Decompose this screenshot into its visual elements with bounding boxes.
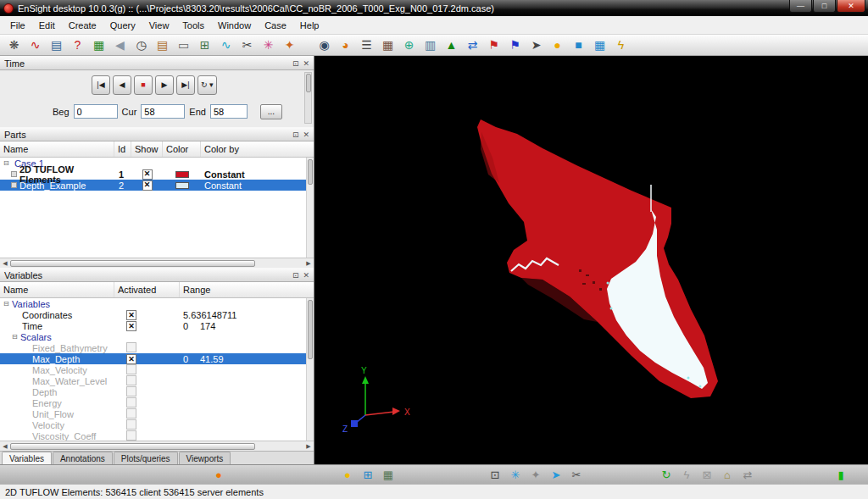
activated-checkbox[interactable] <box>126 342 136 352</box>
variable-row-energy[interactable]: Energy <box>0 397 314 408</box>
time-end-button[interactable]: ▶| <box>176 75 195 95</box>
calculator-icon[interactable]: ⊞ <box>194 36 215 54</box>
show-checkbox[interactable]: ✕ <box>142 169 153 180</box>
part-row-depth-example[interactable]: Depth_Example 2 ✕ Constant <box>0 180 314 191</box>
probe-tools-icon[interactable]: ✦ <box>279 36 300 54</box>
vortex-core-icon[interactable]: ✳ <box>258 36 279 54</box>
menu-window[interactable]: Window <box>211 18 258 33</box>
menu-view[interactable]: View <box>142 18 176 33</box>
variables-horizontal-scrollbar[interactable]: ◀ ▶ <box>0 441 314 451</box>
scrollbar-thumb[interactable] <box>306 74 311 92</box>
annotation-tools-icon[interactable]: ❋ <box>3 36 25 54</box>
graphics-viewport[interactable]: Y X Z <box>314 56 868 464</box>
part-color-swatch[interactable] <box>175 171 189 178</box>
tab-plots-queries[interactable]: Plots/queries <box>114 452 178 464</box>
activated-checkbox[interactable] <box>126 375 136 385</box>
scroll-right-icon[interactable]: ▶ <box>303 443 314 450</box>
lightning-mode-icon[interactable]: ϟ <box>610 36 632 54</box>
time-stop-button[interactable]: ■ <box>134 75 153 95</box>
cur-input[interactable] <box>141 104 185 119</box>
query-chart-icon[interactable]: ∿ <box>25 36 46 54</box>
visibility-eye-icon[interactable]: ◉ <box>314 36 335 54</box>
variable-row-velocity[interactable]: Velocity <box>0 419 314 430</box>
globe-texture-icon[interactable]: ⊕ <box>398 36 420 54</box>
tab-variables[interactable]: Variables <box>2 452 52 464</box>
line-attributes-icon[interactable]: ☰ <box>356 36 377 54</box>
menu-query[interactable]: Query <box>103 18 142 33</box>
column-activated[interactable]: Activated <box>114 282 180 297</box>
scrollbar-thumb[interactable] <box>10 443 255 450</box>
variables-root-row[interactable]: ⊟ Variables <box>0 298 314 309</box>
variable-row-fixed-bathymetry[interactable]: Fixed_Bathymetry <box>0 342 314 353</box>
scrollbar-thumb[interactable] <box>10 260 255 267</box>
print-icon[interactable]: ▭ <box>173 36 194 54</box>
menu-case[interactable]: Case <box>258 18 293 33</box>
activated-checkbox[interactable] <box>126 408 136 419</box>
menu-tools[interactable]: Tools <box>175 18 211 33</box>
time-begin-button[interactable]: |◀ <box>92 75 110 95</box>
column-name[interactable]: Name <box>0 282 114 297</box>
float-panel-icon[interactable]: ⊡ <box>292 271 299 280</box>
chart-grid-icon[interactable]: ▥ <box>420 36 441 54</box>
column-show[interactable]: Show <box>131 141 163 157</box>
lightning-icon[interactable]: ϟ <box>678 467 695 483</box>
axis-cube-icon[interactable]: ⊞ <box>359 467 376 483</box>
flipbook-play-icon[interactable]: ➤ <box>548 467 565 483</box>
transform-arrows-icon[interactable]: ⇄ <box>462 36 483 54</box>
variable-row-max-velocity[interactable]: Max_Velocity <box>0 364 314 375</box>
variables-vertical-scrollbar[interactable] <box>306 298 314 441</box>
variable-row-coordinates[interactable]: Coordinates ✕ 5.636 148711 <box>0 309 314 320</box>
refresh-icon[interactable]: ↻ <box>658 467 675 483</box>
variable-row-viscosity-coeff[interactable]: Viscosity_Coeff <box>0 430 314 441</box>
tree-symbols-icon[interactable]: ▲ <box>441 36 462 54</box>
grid-cube-icon[interactable]: ▦ <box>589 36 610 54</box>
float-panel-icon[interactable]: ⊡ <box>292 59 299 68</box>
streamline-icon[interactable]: ∿ <box>215 36 236 54</box>
language-flag-icon[interactable]: ⚑ <box>504 36 526 54</box>
tab-annotations[interactable]: Annotations <box>53 452 113 464</box>
time-loop-button[interactable]: ↻ ▾ <box>198 75 217 95</box>
annotation-flag-icon[interactable]: ⚑ <box>483 36 504 54</box>
cube-view-icon[interactable]: ■ <box>568 36 589 54</box>
menu-file[interactable]: File <box>3 18 32 33</box>
activated-checkbox[interactable]: ✕ <box>126 354 136 364</box>
close-panel-icon[interactable]: ✕ <box>303 130 309 139</box>
menu-edit[interactable]: Edit <box>32 18 62 33</box>
scroll-right-icon[interactable]: ▶ <box>303 260 314 267</box>
close-button[interactable]: ✕ <box>837 0 865 13</box>
time-more-button[interactable]: ... <box>260 104 282 119</box>
table-view-icon[interactable]: ▦ <box>88 36 109 54</box>
wrench-tool-icon[interactable]: ✦ <box>527 467 544 483</box>
column-id[interactable]: Id <box>114 141 131 157</box>
scalars-group-row[interactable]: ⊟ Scalars <box>0 331 314 342</box>
record-dot-icon[interactable]: ● <box>210 467 227 483</box>
variable-row-unit-flow[interactable]: Unit_Flow <box>0 408 314 419</box>
element-representation-icon[interactable]: ▦ <box>377 36 398 54</box>
part-row-2d-tuflow-elements[interactable]: 2D TUFLOW Elements 1 ✕ Constant <box>0 169 314 180</box>
pointer-select-icon[interactable]: ➤ <box>526 36 547 54</box>
swap-icon[interactable]: ⇄ <box>739 467 756 483</box>
activated-checkbox[interactable] <box>126 430 136 441</box>
cut-plane-icon[interactable]: ✂ <box>568 467 585 483</box>
close-panel-icon[interactable]: ✕ <box>303 271 309 280</box>
column-color-by[interactable]: Color by <box>201 141 314 157</box>
clock-icon[interactable]: ◷ <box>131 36 152 54</box>
plot-icon[interactable]: ▤ <box>46 36 67 54</box>
variable-row-time[interactable]: Time ✕ 0 174 <box>0 320 314 331</box>
palette-icon[interactable]: ● <box>547 36 568 54</box>
column-range[interactable]: Range <box>180 282 314 297</box>
collapse-icon[interactable]: ⊟ <box>3 300 12 308</box>
show-checkbox[interactable]: ✕ <box>142 180 153 191</box>
grid-icon[interactable]: ▦ <box>380 467 397 483</box>
close-panel-icon[interactable]: ✕ <box>303 59 309 68</box>
snowflake-trace-icon[interactable]: ✳ <box>507 467 524 483</box>
part-color-swatch[interactable] <box>175 182 189 189</box>
clip-scissors-icon[interactable]: ✂ <box>236 36 258 54</box>
query-help-icon[interactable]: ? <box>67 36 88 54</box>
parts-horizontal-scrollbar[interactable]: ◀ ▶ <box>0 258 314 268</box>
column-color[interactable]: Color <box>163 141 201 157</box>
column-name[interactable]: Name <box>0 141 114 157</box>
time-step-back-button[interactable]: ◀ <box>113 75 131 95</box>
end-input[interactable] <box>210 104 248 119</box>
scroll-left-icon[interactable]: ◀ <box>0 260 10 267</box>
